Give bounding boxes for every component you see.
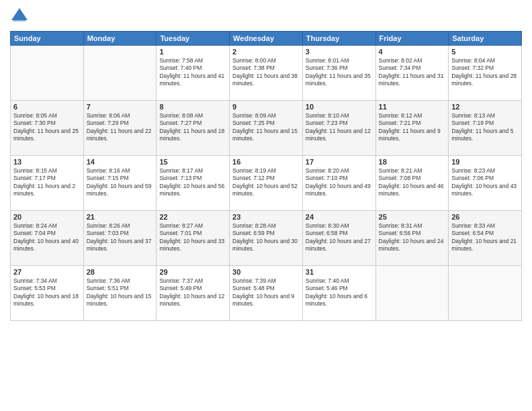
calendar-cell: 22Sunrise: 8:27 AMSunset: 7:01 PMDayligh… bbox=[157, 211, 230, 266]
day-number: 1 bbox=[159, 48, 226, 56]
day-number: 5 bbox=[451, 48, 519, 56]
day-info: Sunrise: 8:17 AMSunset: 7:13 PMDaylight:… bbox=[159, 167, 226, 198]
calendar-cell bbox=[11, 46, 84, 101]
calendar-cell: 20Sunrise: 8:24 AMSunset: 7:04 PMDayligh… bbox=[11, 211, 84, 266]
day-number: 17 bbox=[306, 158, 373, 166]
calendar-cell: 4Sunrise: 8:02 AMSunset: 7:34 PMDaylight… bbox=[375, 46, 449, 101]
weekday-header-row: SundayMondayTuesdayWednesdayThursdayFrid… bbox=[11, 32, 522, 46]
day-info: Sunrise: 8:33 AMSunset: 6:54 PMDaylight:… bbox=[451, 222, 519, 253]
day-info: Sunrise: 7:36 AMSunset: 5:51 PMDaylight:… bbox=[87, 277, 154, 308]
calendar-cell: 27Sunrise: 7:34 AMSunset: 5:53 PMDayligh… bbox=[11, 266, 84, 321]
calendar-cell: 11Sunrise: 8:12 AMSunset: 7:21 PMDayligh… bbox=[375, 101, 449, 156]
calendar-cell: 9Sunrise: 8:09 AMSunset: 7:25 PMDaylight… bbox=[230, 101, 303, 156]
day-info: Sunrise: 8:01 AMSunset: 7:36 PMDaylight:… bbox=[306, 57, 373, 88]
weekday-header-monday: Monday bbox=[83, 32, 157, 46]
day-number: 22 bbox=[159, 213, 226, 221]
calendar-cell: 8Sunrise: 8:08 AMSunset: 7:27 PMDaylight… bbox=[157, 101, 230, 156]
calendar-cell: 10Sunrise: 8:10 AMSunset: 7:23 PMDayligh… bbox=[302, 101, 375, 156]
day-number: 28 bbox=[87, 268, 154, 276]
calendar-page: SundayMondayTuesdayWednesdayThursdayFrid… bbox=[0, 0, 532, 411]
page-header bbox=[10, 7, 522, 26]
weekday-header-sunday: Sunday bbox=[11, 32, 84, 46]
week-row-1: 1Sunrise: 7:58 AMSunset: 7:40 PMDaylight… bbox=[11, 46, 522, 101]
day-info: Sunrise: 8:02 AMSunset: 7:34 PMDaylight:… bbox=[379, 57, 446, 88]
day-number: 13 bbox=[13, 158, 81, 166]
week-row-3: 13Sunrise: 8:15 AMSunset: 7:17 PMDayligh… bbox=[11, 156, 522, 211]
day-number: 2 bbox=[232, 48, 300, 56]
day-number: 24 bbox=[306, 213, 373, 221]
day-info: Sunrise: 8:10 AMSunset: 7:23 PMDaylight:… bbox=[306, 112, 373, 143]
day-info: Sunrise: 8:16 AMSunset: 7:15 PMDaylight:… bbox=[87, 167, 154, 198]
calendar-cell: 16Sunrise: 8:19 AMSunset: 7:12 PMDayligh… bbox=[230, 156, 303, 211]
weekday-header-friday: Friday bbox=[375, 32, 449, 46]
calendar-cell: 7Sunrise: 8:06 AMSunset: 7:29 PMDaylight… bbox=[83, 101, 157, 156]
calendar-cell bbox=[83, 46, 157, 101]
day-number: 18 bbox=[379, 158, 446, 166]
day-number: 30 bbox=[232, 268, 300, 276]
day-number: 3 bbox=[306, 48, 373, 56]
day-info: Sunrise: 8:15 AMSunset: 7:17 PMDaylight:… bbox=[13, 167, 81, 198]
day-info: Sunrise: 8:27 AMSunset: 7:01 PMDaylight:… bbox=[159, 222, 226, 253]
calendar-cell: 29Sunrise: 7:37 AMSunset: 5:49 PMDayligh… bbox=[157, 266, 230, 321]
day-info: Sunrise: 8:21 AMSunset: 7:08 PMDaylight:… bbox=[379, 167, 446, 198]
day-number: 19 bbox=[451, 158, 519, 166]
calendar-cell: 31Sunrise: 7:40 AMSunset: 5:46 PMDayligh… bbox=[302, 266, 375, 321]
calendar-cell: 30Sunrise: 7:39 AMSunset: 5:48 PMDayligh… bbox=[230, 266, 303, 321]
day-number: 21 bbox=[87, 213, 154, 221]
day-info: Sunrise: 8:31 AMSunset: 6:56 PMDaylight:… bbox=[379, 222, 446, 253]
day-info: Sunrise: 7:34 AMSunset: 5:53 PMDaylight:… bbox=[13, 277, 81, 308]
day-info: Sunrise: 8:13 AMSunset: 7:19 PMDaylight:… bbox=[451, 112, 519, 143]
day-info: Sunrise: 8:06 AMSunset: 7:29 PMDaylight:… bbox=[87, 112, 154, 143]
calendar-cell: 24Sunrise: 8:30 AMSunset: 6:58 PMDayligh… bbox=[302, 211, 375, 266]
weekday-header-wednesday: Wednesday bbox=[230, 32, 303, 46]
logo bbox=[10, 7, 30, 26]
day-number: 11 bbox=[379, 103, 446, 111]
calendar-cell: 23Sunrise: 8:28 AMSunset: 6:59 PMDayligh… bbox=[230, 211, 303, 266]
calendar-cell bbox=[375, 266, 449, 321]
day-number: 23 bbox=[232, 213, 300, 221]
day-info: Sunrise: 8:28 AMSunset: 6:59 PMDaylight:… bbox=[232, 222, 300, 253]
calendar-cell: 2Sunrise: 8:00 AMSunset: 7:38 PMDaylight… bbox=[230, 46, 303, 101]
week-row-5: 27Sunrise: 7:34 AMSunset: 5:53 PMDayligh… bbox=[11, 266, 522, 321]
day-info: Sunrise: 8:23 AMSunset: 7:06 PMDaylight:… bbox=[451, 167, 519, 198]
day-info: Sunrise: 8:19 AMSunset: 7:12 PMDaylight:… bbox=[232, 167, 300, 198]
week-row-2: 6Sunrise: 8:05 AMSunset: 7:30 PMDaylight… bbox=[11, 101, 522, 156]
calendar-cell: 17Sunrise: 8:20 AMSunset: 7:10 PMDayligh… bbox=[302, 156, 375, 211]
day-info: Sunrise: 7:58 AMSunset: 7:40 PMDaylight:… bbox=[159, 57, 226, 88]
day-info: Sunrise: 8:00 AMSunset: 7:38 PMDaylight:… bbox=[232, 57, 300, 88]
day-number: 9 bbox=[232, 103, 300, 111]
day-number: 14 bbox=[87, 158, 154, 166]
day-number: 25 bbox=[379, 213, 446, 221]
day-info: Sunrise: 7:37 AMSunset: 5:49 PMDaylight:… bbox=[159, 277, 226, 308]
calendar-cell: 28Sunrise: 7:36 AMSunset: 5:51 PMDayligh… bbox=[83, 266, 157, 321]
day-info: Sunrise: 8:24 AMSunset: 7:04 PMDaylight:… bbox=[13, 222, 81, 253]
week-row-4: 20Sunrise: 8:24 AMSunset: 7:04 PMDayligh… bbox=[11, 211, 522, 266]
day-number: 6 bbox=[13, 103, 81, 111]
calendar-cell bbox=[449, 266, 522, 321]
logo-icon bbox=[10, 7, 29, 26]
day-info: Sunrise: 8:26 AMSunset: 7:03 PMDaylight:… bbox=[87, 222, 154, 253]
weekday-header-thursday: Thursday bbox=[302, 32, 375, 46]
day-number: 29 bbox=[159, 268, 226, 276]
day-number: 10 bbox=[306, 103, 373, 111]
day-info: Sunrise: 8:12 AMSunset: 7:21 PMDaylight:… bbox=[379, 112, 446, 143]
day-info: Sunrise: 8:05 AMSunset: 7:30 PMDaylight:… bbox=[13, 112, 81, 143]
day-info: Sunrise: 8:09 AMSunset: 7:25 PMDaylight:… bbox=[232, 112, 300, 143]
calendar-cell: 3Sunrise: 8:01 AMSunset: 7:36 PMDaylight… bbox=[302, 46, 375, 101]
day-info: Sunrise: 7:39 AMSunset: 5:48 PMDaylight:… bbox=[232, 277, 300, 308]
calendar-cell: 18Sunrise: 8:21 AMSunset: 7:08 PMDayligh… bbox=[375, 156, 449, 211]
calendar-cell: 25Sunrise: 8:31 AMSunset: 6:56 PMDayligh… bbox=[375, 211, 449, 266]
calendar-cell: 13Sunrise: 8:15 AMSunset: 7:17 PMDayligh… bbox=[11, 156, 84, 211]
day-number: 4 bbox=[379, 48, 446, 56]
calendar-cell: 21Sunrise: 8:26 AMSunset: 7:03 PMDayligh… bbox=[83, 211, 157, 266]
day-number: 8 bbox=[159, 103, 226, 111]
calendar-cell: 14Sunrise: 8:16 AMSunset: 7:15 PMDayligh… bbox=[83, 156, 157, 211]
day-number: 27 bbox=[13, 268, 81, 276]
day-number: 26 bbox=[451, 213, 519, 221]
weekday-header-saturday: Saturday bbox=[449, 32, 522, 46]
day-info: Sunrise: 8:08 AMSunset: 7:27 PMDaylight:… bbox=[159, 112, 226, 143]
day-info: Sunrise: 8:20 AMSunset: 7:10 PMDaylight:… bbox=[306, 167, 373, 198]
calendar-cell: 19Sunrise: 8:23 AMSunset: 7:06 PMDayligh… bbox=[449, 156, 522, 211]
calendar-cell: 15Sunrise: 8:17 AMSunset: 7:13 PMDayligh… bbox=[157, 156, 230, 211]
calendar-table: SundayMondayTuesdayWednesdayThursdayFrid… bbox=[10, 31, 522, 321]
